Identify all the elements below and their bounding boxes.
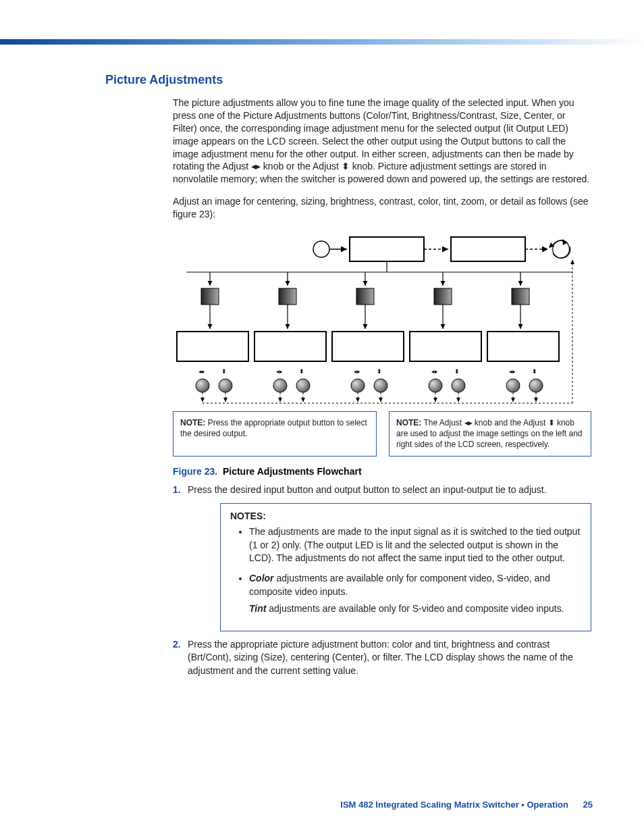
svg-rect-17 [512, 288, 529, 305]
notes-bullet-1: The adjustments are made to the input si… [249, 525, 581, 565]
svg-rect-16 [434, 288, 452, 305]
step-number: 2. [173, 638, 188, 678]
svg-text:⬍: ⬍ [454, 368, 460, 375]
svg-rect-14 [279, 288, 296, 305]
svg-rect-13 [201, 288, 219, 305]
svg-rect-26 [410, 332, 481, 361]
notes-heading: NOTES: [230, 511, 581, 521]
page-footer: ISM 482 Integrated Scaling Matrix Switch… [340, 800, 593, 810]
step-1: 1. Press the desired input button and ou… [173, 484, 591, 497]
svg-point-31 [219, 379, 232, 392]
note-label: NOTE: [396, 418, 421, 427]
step-text: Press the desired input button and outpu… [188, 484, 591, 497]
svg-text:◂▸: ◂▸ [431, 368, 438, 375]
svg-text:◂▸: ◂▸ [198, 368, 205, 375]
svg-point-47 [529, 379, 543, 392]
note-text: Press the appropriate output button to s… [180, 418, 367, 438]
svg-point-46 [506, 379, 520, 392]
svg-text:⬍: ⬍ [221, 368, 227, 375]
svg-point-38 [351, 379, 365, 392]
figure-title: Picture Adjustments Flowchart [223, 466, 362, 477]
footer-page-number: 25 [583, 800, 593, 810]
notes-block: NOTES: The adjustments are made to the i… [220, 503, 591, 631]
svg-rect-23 [177, 332, 248, 361]
note-label: NOTE: [180, 418, 205, 427]
svg-rect-15 [356, 288, 374, 305]
svg-point-34 [273, 379, 287, 392]
note-box-1: NOTE: Press the appropriate output butto… [173, 411, 377, 457]
svg-point-0 [313, 241, 329, 257]
emphasis-color: Color [249, 573, 274, 583]
svg-rect-2 [350, 237, 424, 261]
notes-bullet-2-sub-text: adjustments are available only for S-vid… [266, 603, 564, 614]
intro-paragraph-1: The picture adjustments allow you to fin… [173, 97, 591, 186]
svg-text:◂▸: ◂▸ [509, 368, 516, 375]
svg-point-30 [196, 379, 209, 392]
section-heading: Picture Adjustments [105, 73, 591, 87]
svg-text:◂▸: ◂▸ [354, 368, 360, 375]
intro-paragraph-2: Adjust an image for centering, sizing, b… [173, 195, 591, 221]
emphasis-tint: Tint [249, 603, 266, 614]
header-gradient-bar [0, 39, 644, 45]
svg-rect-25 [332, 332, 404, 361]
svg-point-39 [374, 379, 387, 392]
notes-bullet-2: Color adjustments are available only for… [249, 572, 581, 616]
step-text: Press the appropriate picture adjustment… [188, 638, 591, 678]
figure-caption: Figure 23. Picture Adjustments Flowchart [173, 466, 591, 477]
note-text: The Adjust ◂▸ knob and the Adjust ⬍ knob… [396, 418, 583, 449]
figure-23-flowchart: ◂▸⬍ ◂▸⬍ ◂▸⬍ ◂▸⬍ [173, 229, 591, 477]
svg-point-43 [452, 379, 465, 392]
svg-text:⬍: ⬍ [299, 368, 304, 375]
note-box-2: NOTE: The Adjust ◂▸ knob and the Adjust … [389, 411, 591, 457]
step-2: 2. Press the appropriate picture adjustm… [173, 638, 591, 678]
notes-bullet-2-text: adjustments are available only for compo… [249, 573, 550, 597]
step-number: 1. [173, 484, 188, 497]
figure-number: Figure 23. [173, 466, 217, 477]
footer-title: ISM 482 Integrated Scaling Matrix Switch… [340, 800, 568, 810]
svg-rect-4 [451, 237, 525, 261]
svg-point-42 [429, 379, 442, 392]
svg-text:◂▸: ◂▸ [276, 368, 283, 375]
svg-text:⬍: ⬍ [532, 368, 537, 375]
svg-text:⬍: ⬍ [377, 368, 382, 375]
svg-rect-27 [487, 332, 559, 361]
svg-point-35 [296, 379, 310, 392]
svg-rect-24 [254, 332, 326, 361]
